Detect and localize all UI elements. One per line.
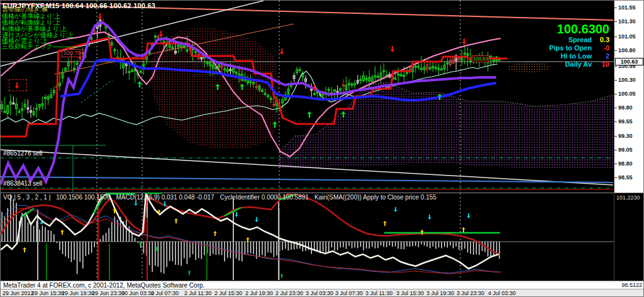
axis-tick: [614, 66, 617, 67]
indicator-subwindow[interactable]: VQ | 5 , 3 , 2 , 1 |100.1506 100.1506MAC…: [1, 193, 614, 281]
buy-arrow-icon: [307, 111, 311, 118]
price-axis-label: 99.30: [618, 133, 633, 139]
info-row-daily-av: Daily Av10: [549, 60, 609, 69]
axis-tick: [614, 150, 617, 150]
axis-tick: [614, 121, 617, 122]
sell-arrow-icon: [158, 31, 163, 37]
time-axis-label: 4 Jul 03:30: [488, 290, 516, 296]
buy-arrow-icon: [213, 231, 217, 236]
vq-line-white: [1, 194, 499, 269]
indicator-label-part: CycleIdentifier 0.0000 100.5891: [220, 194, 309, 201]
ichimoku-status-line: 雲帯線の傾き:横: [2, 6, 48, 13]
sell-arrow-icon: [462, 38, 466, 45]
sell-arrow-icon: [97, 13, 102, 20]
price-axis-label: 101.30: [618, 18, 636, 25]
buy-arrow-icon: [138, 242, 142, 246]
buy-arrow-icon: [383, 221, 387, 226]
time-axis-label: 29 Jun 19:30: [62, 290, 94, 296]
axis-tick: [614, 177, 617, 178]
sell-arrow-icon: [390, 46, 394, 52]
sub-axis-min-label: 98.5122: [621, 281, 642, 289]
time-axis-label: 2 Jul 11:30: [184, 290, 211, 296]
time-axis-label: 3 Jul 07:30: [335, 290, 363, 296]
price-axis-label: 100.30: [618, 77, 636, 83]
time-axis-label: 29 Jun 23:30: [92, 290, 125, 296]
time-axis-label: 3 Jul 19:30: [426, 290, 454, 296]
price-axis-label: 100.80: [618, 47, 636, 53]
sell-arrow-icon: [255, 217, 258, 222]
buy-arrow-icon: [174, 218, 178, 223]
price-axis-label: 101.05: [618, 33, 636, 40]
sell-arrow-icon: [279, 48, 284, 55]
indicator-label-part: MACD(12,26,9) 0.031 0.048 -0.017: [116, 194, 214, 201]
axis-tick: [614, 8, 617, 8]
axis-tick: [614, 50, 617, 51]
buy-arrow-icon: [23, 247, 26, 252]
mt4-chart-window: EURJPYFXF,M15 100.64 100.66 100.62 100.6…: [0, 0, 644, 297]
time-axis-label: 2 Jul 23:30: [275, 290, 303, 296]
price-level-tag[interactable]: 100.70: [62, 49, 83, 57]
axis-tick: [614, 164, 617, 164]
sub-axis-max-label: 101.2230: [616, 194, 640, 201]
time-axis-label: 2 Jul 07:30: [151, 290, 179, 296]
buy-arrow-icon: [462, 227, 465, 232]
time-axis-label: 3 Jul 11:30: [365, 290, 392, 296]
sell-signal-box: [9, 79, 27, 91]
sell-arrow-icon: [235, 212, 238, 217]
price-axis-label: 100.05: [618, 91, 636, 97]
order-label[interactable]: #8651276 sell: [3, 150, 42, 157]
current-price-box: 100.63: [615, 58, 643, 65]
indicator-label-part: 100.1506 100.1506: [56, 194, 110, 201]
axis-tick: [614, 108, 617, 108]
price-axis-label: 98.55: [618, 174, 633, 181]
macd-line-red: [1, 208, 501, 274]
indicator-canvas[interactable]: [1, 193, 614, 281]
indicator-labels-line: VQ | 5 , 3 , 2 , 1 |100.1506 100.1506MAC…: [3, 194, 442, 201]
price-axis-label: 99.55: [618, 118, 633, 125]
price-axis-main[interactable]: 101.55101.30101.05100.80100.55100.30100.…: [614, 1, 644, 193]
price-axis-label: 98.80: [618, 160, 633, 167]
sell-arrow-icon: [134, 201, 138, 206]
time-axis[interactable]: 29 Jun 201229 Jun 15:3029 Jun 19:3029 Ju…: [1, 289, 644, 297]
big-price-readout: 100.6300: [549, 22, 609, 36]
sell-arrow-icon: [394, 207, 397, 212]
time-axis-label: 3 Jul 15:30: [396, 290, 424, 296]
time-axis-label: 29 Jun 15:30: [31, 290, 64, 296]
indicator-label-part: VQ | 5 , 3 , 2 , 1 |: [3, 194, 50, 201]
time-axis-label: 3 Jul 23:30: [457, 290, 484, 296]
info-row-pips-to-open: Pips to Open-0: [549, 44, 609, 52]
axis-tick: [614, 80, 617, 81]
last-price-tag[interactable]: 100.63: [472, 55, 489, 62]
main-chart[interactable]: EURJPYFXF,M15 100.64 100.66 100.62 100.6…: [1, 1, 614, 193]
axis-tick: [614, 21, 617, 22]
indicator-label-part: Kairi(SMA((200)) Apply to Close price 0.…: [314, 194, 436, 201]
axis-tick: [614, 36, 617, 37]
buy-arrow-icon: [137, 81, 142, 87]
buy-arrow-icon: [60, 230, 64, 235]
info-row-spread: Spread0.3: [549, 36, 609, 44]
time-axis-label: 30 Jun 03:30: [121, 290, 154, 296]
price-axis-label: 99.80: [618, 104, 633, 111]
buy-arrow-icon: [187, 271, 191, 275]
ichimoku-cloud-orange: [508, 61, 550, 72]
order-label[interactable]: #8638413 sell: [3, 180, 42, 187]
price-info-panel: 100.6300 Spread0.3Pips to Open-0Hi to Lo…: [549, 22, 609, 69]
axis-tick: [614, 136, 617, 137]
copyright-text: MetaTrader 4 at FOREX.com, c 2001-2012, …: [3, 281, 204, 289]
price-axis-sub[interactable]: 101.2230: [614, 193, 644, 281]
time-axis-label: 2 Jul 15:30: [214, 290, 242, 296]
time-axis-label: 29 Jun 2012: [3, 290, 34, 296]
sell-arrow-icon: [428, 215, 431, 220]
sell-arrow-icon: [467, 213, 470, 218]
axis-tick: [614, 94, 617, 94]
time-axis-label: 3 Jul 03:30: [306, 290, 333, 296]
buy-arrow-icon: [280, 274, 283, 278]
main-chart-canvas[interactable]: [1, 1, 614, 193]
time-axis-label: 2 Jul 19:30: [245, 290, 273, 296]
price-axis-label: 101.55: [618, 4, 636, 11]
price-axis-label: 99.05: [618, 147, 633, 153]
status-bar: MetaTrader 4 at FOREX.com, c 2001-2012, …: [1, 281, 644, 289]
info-row-hi-to-low: Hi to Low2: [549, 52, 609, 60]
